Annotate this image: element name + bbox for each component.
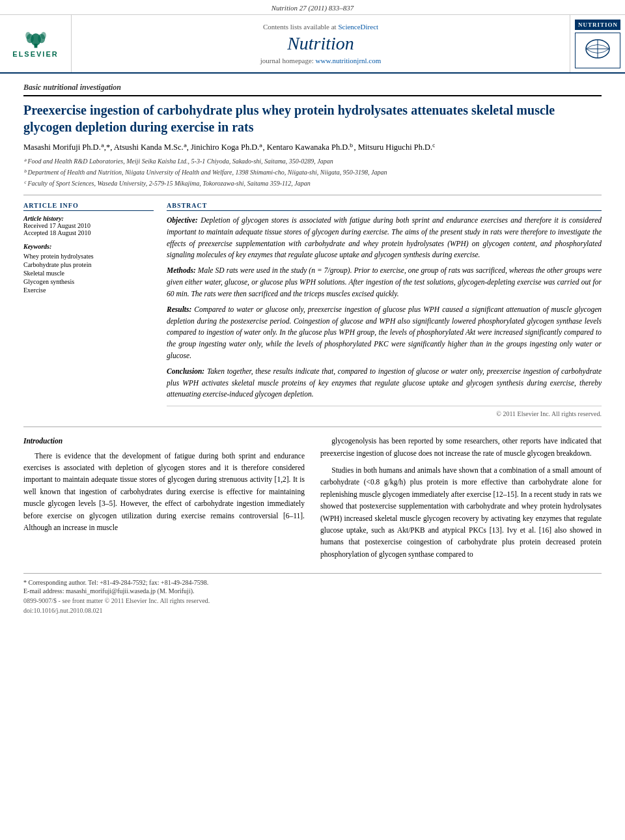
abstract-label: ABSTRACT	[167, 202, 602, 211]
journal-title: Nutrition	[287, 33, 354, 54]
abstract-col: ABSTRACT Objective: Depletion of glycoge…	[167, 202, 602, 417]
authors: Masashi Morifuji Ph.D.ᵃ,*, Atsushi Kanda…	[23, 142, 602, 152]
keyword-1: Whey protein hydrolysates	[23, 252, 154, 260]
keyword-2: Carbohydrate plus protein	[23, 260, 154, 269]
article-info-abstract: ARTICLE INFO Article history: Received 1…	[23, 195, 602, 417]
journal-citation: Nutrition 27 (2011) 833–837	[0, 0, 625, 15]
svg-point-4	[25, 32, 31, 39]
accepted-date: Accepted 18 August 2010	[23, 229, 154, 236]
conclusion-label: Conclusion:	[167, 367, 204, 375]
journal-info: Contents lists available at ScienceDirec…	[72, 15, 570, 72]
affiliation-c: ᶜ Faculty of Sport Sciences, Waseda Univ…	[23, 178, 602, 188]
elsevier-logo: ELSEVIER	[12, 29, 58, 58]
body-columns: Introduction There is evidence that the …	[23, 435, 602, 565]
email-note: E-mail address: masashi_morifuji@fujii.w…	[23, 587, 602, 595]
sd-prefix: Contents lists available at	[263, 23, 337, 31]
conclusion-text: Taken together, these results indicate t…	[167, 367, 602, 399]
sciencedirect-link: Contents lists available at ScienceDirec…	[263, 23, 378, 31]
article-info-col: ARTICLE INFO Article history: Received 1…	[23, 202, 154, 417]
history-label: Article history:	[23, 215, 154, 222]
nutrition-logo-box	[575, 33, 620, 68]
results-text: Compared to water or glucose only, preex…	[167, 305, 602, 359]
affiliation-a: ᵃ Food and Health R&D Laboratories, Meij…	[23, 156, 602, 166]
elsevier-tree-icon	[23, 29, 49, 49]
introduction-section: Introduction There is evidence that the …	[23, 427, 602, 565]
article-history: Article history: Received 17 August 2010…	[23, 215, 154, 236]
journal-homepage: journal homepage: www.nutritionjrnl.com	[260, 57, 382, 64]
abstract-methods: Methods: Male SD rats were used in the s…	[167, 265, 602, 300]
intro-para-1: There is evidence that the development o…	[23, 450, 305, 534]
results-label: Results:	[167, 305, 191, 313]
objective-text: Depletion of glycogen stores is associat…	[167, 216, 602, 259]
keyword-3: Skeletal muscle	[23, 269, 154, 277]
objective-label: Objective:	[167, 216, 198, 224]
publisher-logo-area: ELSEVIER	[0, 15, 72, 72]
sciencedirect-anchor[interactable]: ScienceDirect	[338, 23, 378, 31]
article-title: Preexercise ingestion of carbohydrate pl…	[23, 102, 602, 135]
abstract-objective: Objective: Depletion of glycogen stores …	[167, 215, 602, 261]
journal-header: ELSEVIER Contents lists available at Sci…	[0, 15, 625, 74]
keyword-4: Glycogen synthesis	[23, 277, 154, 286]
corresponding-note: * Corresponding author. Tel: +81-49-284-…	[23, 579, 602, 586]
issn-line: 0899-9007/$ - see front matter © 2011 El…	[23, 597, 602, 604]
citation-text: Nutrition 27 (2011) 833–837	[271, 4, 354, 12]
abstract-text: Objective: Depletion of glycogen stores …	[167, 215, 602, 400]
keywords-label: Keywords:	[23, 243, 154, 250]
journal-badge-area: NUTRITION	[570, 15, 625, 72]
intro-para-3: Studies in both humans and animals have …	[320, 464, 602, 560]
keywords-section: Keywords: Whey protein hydrolysates Carb…	[23, 243, 154, 294]
body-col-left: Introduction There is evidence that the …	[23, 435, 305, 565]
homepage-prefix: journal homepage:	[260, 57, 314, 64]
elsevier-text: ELSEVIER	[12, 50, 58, 58]
footer: * Corresponding author. Tel: +81-49-284-…	[23, 573, 602, 614]
keyword-5: Exercise	[23, 286, 154, 294]
intro-heading: Introduction	[23, 435, 305, 447]
page: Nutrition 27 (2011) 833–837 ELSEVIER Con…	[0, 0, 625, 840]
svg-point-5	[40, 32, 46, 39]
abstract-results: Results: Compared to water or glucose on…	[167, 304, 602, 362]
nutrition-logo-icon	[581, 37, 614, 63]
nutrition-badge: NUTRITION	[575, 20, 620, 30]
intro-para-2: glycogenolysis has been reported by some…	[320, 435, 602, 459]
doi-line: doi:10.1016/j.nut.2010.08.021	[23, 607, 602, 614]
main-content: Basic nutritional investigation Preexerc…	[0, 74, 625, 623]
affiliation-b: ᵇ Department of Health and Nutrition, Ni…	[23, 167, 602, 177]
abstract-conclusion: Conclusion: Taken together, these result…	[167, 366, 602, 400]
body-col-right: glycogenolysis has been reported by some…	[320, 435, 602, 565]
keywords-list: Whey protein hydrolysates Carbohydrate p…	[23, 252, 154, 294]
methods-text: Male SD rats were used in the study (n =…	[167, 266, 602, 298]
methods-label: Methods:	[167, 266, 196, 274]
affiliations: ᵃ Food and Health R&D Laboratories, Meij…	[23, 156, 602, 188]
received-date: Received 17 August 2010	[23, 222, 154, 229]
article-info-label: ARTICLE INFO	[23, 202, 154, 211]
copyright: © 2011 Elsevier Inc. All rights reserved…	[167, 406, 602, 417]
homepage-link[interactable]: www.nutritionjrnl.com	[316, 57, 382, 64]
article-category: Basic nutritional investigation	[23, 83, 602, 96]
